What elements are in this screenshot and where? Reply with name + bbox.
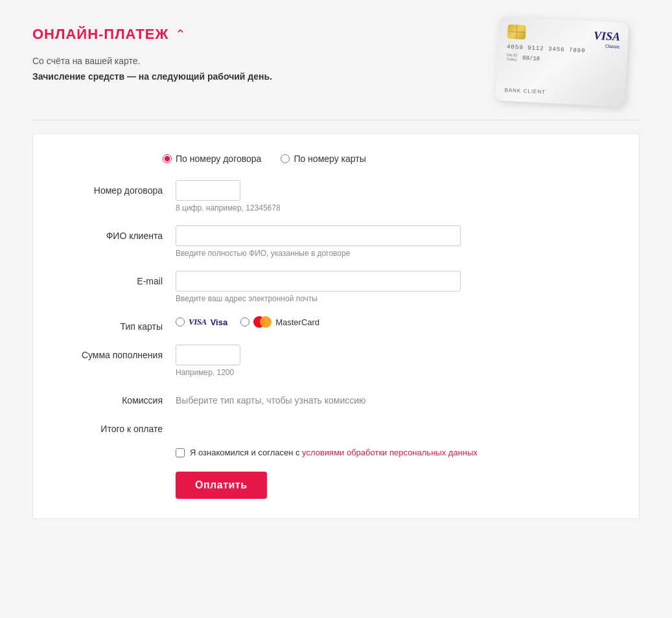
chevron-up-icon[interactable]: ⌃ [175,27,186,42]
commission-row: Комиссия Выберите тип карты, чтобы узнат… [59,390,613,406]
card-type-field-wrapper: VISA Visa MasterCard [176,316,461,328]
mastercard-radio[interactable] [240,317,249,326]
divider [32,120,640,120]
contract-row: Номер договора 8 цифр, например, 1234567… [59,180,613,212]
commission-label: Комиссия [59,390,163,406]
agreement-link[interactable]: условиями обработки персональных данных [302,448,478,457]
title-row: ОНЛАЙН-ПЛАТЕЖ ⌃ [32,26,497,43]
card-type-row: Тип карты VISA Visa MasterCard [59,316,613,332]
email-label: E-mail [59,271,163,286]
contract-hint: 8 цифр, например, 12345678 [176,203,461,212]
page-title: ОНЛАЙН-ПЛАТЕЖ [32,26,168,43]
card-chip [507,25,526,40]
amount-row: Сумма пополнения Например, 1200 [59,345,613,377]
email-input[interactable] [176,271,461,292]
email-row: E-mail Введите ваш адрес электронной поч… [59,271,613,303]
email-hint: Введите ваш адрес электронной почты [176,294,461,303]
header-section: ОНЛАЙН-ПЛАТЕЖ ⌃ Со счёта на вашей карте.… [32,26,640,110]
total-row: Итого к оплате [59,418,613,434]
radio-group: По номеру договора По номеру карты [59,154,613,164]
visa-label: Visa [211,317,228,327]
name-row: ФИО клиента Введите полностью ФИО, указа… [59,225,613,258]
subtitle-text: Со счёта на вашей карте. [32,56,497,66]
visa-radio[interactable] [176,317,185,326]
radio-contract-option[interactable]: По номеру договора [163,154,261,164]
card-type-options: VISA Visa MasterCard [176,316,461,328]
card-image-wrapper: 4059 9112 3456 7890 VALIDTHRU 08/18 VISA… [497,19,640,110]
mastercard-option[interactable]: MasterCard [240,316,319,328]
card-valid-label: VALIDTHRU [506,53,518,63]
checkbox-text: Я ознакомился и согласен с условиями обр… [190,447,478,459]
amount-label: Сумма пополнения [59,345,163,360]
contract-label: Номер договора [59,180,163,196]
email-field-wrapper: Введите ваш адрес электронной почты [176,271,461,303]
agreement-checkbox[interactable] [176,448,185,457]
name-input[interactable] [176,225,461,246]
card-holder: BANK CLIENT [504,87,546,95]
contract-input[interactable] [176,180,240,201]
submit-row: Оплатить [59,472,613,499]
amount-hint: Например, 1200 [176,368,461,377]
name-label: ФИО клиента [59,225,163,241]
name-hint: Введите полностью ФИО, указанные в догов… [176,249,461,258]
mastercard-label: MasterCard [275,317,319,327]
subtitle-bold-text: Зачисление средств — на следующий рабочи… [32,71,497,82]
card-type-label: Тип карты [59,316,163,332]
checkbox-text-before: Я ознакомился и согласен с [190,448,302,457]
radio-contract-input[interactable] [163,154,172,163]
amount-field-wrapper: Например, 1200 [176,345,461,377]
amount-input[interactable] [176,345,240,365]
radio-contract-label: По номеру договора [176,154,261,164]
submit-button[interactable]: Оплатить [176,472,267,499]
radio-card-option[interactable]: По номеру карты [281,154,365,164]
mc-circle-yellow [260,316,272,328]
card-visual: 4059 9112 3456 7890 VALIDTHRU 08/18 VISA… [495,16,629,107]
visa-option[interactable]: VISA Visa [176,317,227,327]
form-container: По номеру договора По номеру карты Номер… [32,133,640,519]
header-left: ОНЛАЙН-ПЛАТЕЖ ⌃ Со счёта на вашей карте.… [32,26,497,82]
visa-logo-icon: VISA [189,317,207,327]
total-label: Итого к оплате [59,418,163,434]
radio-card-label: По номеру карты [294,154,365,164]
name-field-wrapper: Введите полностью ФИО, указанные в догов… [176,225,461,258]
card-valid-date: 08/18 [522,55,540,62]
checkbox-row: Я ознакомился и согласен с условиями обр… [59,447,613,459]
mastercard-icon [253,316,272,328]
commission-value: Выберите тип карты, чтобы узнать комисси… [176,390,366,406]
contract-field-wrapper: 8 цифр, например, 12345678 [176,180,461,212]
card-visa-sub: Classic [605,43,620,49]
page-wrapper: ОНЛАЙН-ПЛАТЕЖ ⌃ Со счёта на вашей карте.… [13,13,659,605]
card-visa-logo: VISA [594,29,621,44]
radio-card-input[interactable] [281,154,290,163]
